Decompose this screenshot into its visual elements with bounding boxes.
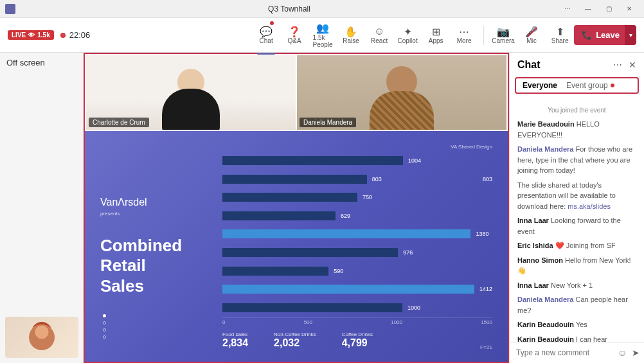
participant-tile[interactable]: Charlotte de Crum (86, 55, 296, 130)
window-controls: ⋯ — ▢ ✕ (558, 1, 639, 17)
chart-bar-row: 1000 (222, 303, 492, 312)
left-column: Off screen (0, 53, 84, 363)
bar-value-label: 1004 (408, 157, 421, 164)
chat-header: Chat ⋯ ✕ (510, 53, 644, 77)
participant-name: Charlotte de Crum (89, 118, 149, 127)
message-sender: Eric Ishida (517, 242, 553, 249)
message-sender: Karin Beaudouin (517, 321, 574, 328)
chart-total: Non-Coffee Drinks2,032 (274, 332, 316, 349)
bar-value-label: 1380 (476, 231, 488, 237)
bar-value-label: 803 (372, 176, 382, 182)
message-text: ❤️ Joining from SF (555, 242, 616, 249)
chart-xaxis: 050010001500 (222, 317, 492, 325)
copilot-icon: ✦ (404, 26, 412, 37)
message-sender: Inna Laar (517, 217, 549, 224)
toolbar-item-label: 1.5kPeople (313, 34, 333, 48)
message-sender: Inna Laar (517, 281, 549, 289)
chat-more-button[interactable]: ⋯ (613, 60, 622, 70)
chart-bar-row: 803803 (222, 175, 492, 184)
stage: Charlotte de Crum Daniela Mandera VanΛrs… (84, 53, 509, 363)
bar-value-label: 629 (341, 213, 350, 219)
self-preview[interactable] (5, 317, 78, 358)
toolbar-share-button[interactable]: ⬆Share (546, 26, 574, 44)
bar-value-label: 1412 (479, 286, 492, 292)
message-text: The slide shared at today's presentation… (517, 181, 616, 210)
toolbar-mic-button[interactable]: 🎤Mic (517, 26, 546, 44)
leave-label: Leave (596, 30, 620, 40)
more-icon: ⋯ (459, 26, 469, 37)
message-sender: Karin Beaudouin (517, 335, 574, 342)
chat-message: Daniela Mandera Can people hear me? (517, 294, 636, 315)
toolbar-react-button[interactable]: ☺React (365, 22, 393, 48)
participant-name: Daniela Mandera (300, 118, 356, 127)
leave-dropdown-button[interactable]: ▾ (625, 25, 636, 45)
send-button[interactable]: ➤ (632, 348, 640, 358)
chart-bar (222, 156, 403, 165)
more-window-button[interactable]: ⋯ (558, 1, 577, 17)
elapsed-timer: 22:06 (69, 30, 91, 40)
chat-messages[interactable]: You joined the event Marie Beaudouin HEL… (510, 99, 644, 342)
chart-bar (222, 229, 470, 238)
chat-message: Karin Beaudouin I can hear (517, 334, 636, 342)
chat-message: Hanno Simon Hello from New York! 👋 (517, 255, 636, 276)
chart-bar-row: 629 (222, 211, 492, 220)
emoji-button[interactable]: ☺ (618, 348, 627, 358)
live-badge: LIVE 👁 1.5k (8, 30, 54, 40)
chat-tab[interactable]: Everyone (523, 81, 557, 90)
chart-bar (222, 175, 367, 184)
chart-bar (222, 285, 474, 294)
toolbar-item-label: Camera (492, 37, 515, 44)
bar-value-label: 750 (362, 194, 372, 200)
close-button[interactable]: ✕ (620, 1, 639, 17)
toolbar-raise-button[interactable]: ✋Raise (337, 22, 365, 48)
leave-button[interactable]: 📞 Leave (574, 25, 627, 45)
toolbar-more-button[interactable]: ⋯More (450, 22, 478, 48)
chat-icon: 💬 (260, 26, 273, 37)
chat-message: The slide shared at today's presentation… (517, 180, 636, 212)
toolbar-chat-button[interactable]: 💬Chat (252, 22, 280, 48)
chart-bar (222, 193, 357, 202)
people-icon: 👥 (316, 22, 329, 34)
minimize-button[interactable]: — (578, 1, 598, 17)
notification-dot (611, 84, 614, 87)
chat-message: Karin Beaudouin Yes (517, 319, 636, 330)
app-icon (5, 4, 15, 14)
chart-bar-row: 1412 (222, 285, 492, 294)
bar-value-label: 590 (334, 268, 343, 274)
qa-icon: ❓ (288, 26, 301, 37)
titlebar: Q3 Townhall ⋯ — ▢ ✕ (0, 0, 644, 18)
message-link[interactable]: ms.aka/slides (568, 202, 611, 210)
toolbar-qa-button[interactable]: ❓Q&A (280, 22, 309, 48)
toolbar-copilot-button[interactable]: ✦Copilot (393, 22, 422, 48)
toolbar-item-label: Chat (260, 37, 273, 44)
chat-title: Chat (517, 59, 607, 71)
chart-bar-row: 976 (222, 248, 492, 257)
message-text: New York + 1 (551, 281, 593, 289)
chat-tab[interactable]: Event group (566, 81, 614, 90)
chat-message: Inna Laar New York + 1 (517, 280, 636, 291)
toolbar-people-button[interactable]: 👥1.5kPeople (309, 22, 337, 48)
chat-message: Daniela Mandera For those who are here, … (517, 144, 636, 176)
chart-fy: FY21 (480, 344, 492, 350)
participant-tile[interactable]: Daniela Mandera (297, 55, 506, 130)
slide-pager-dots (103, 310, 106, 342)
message-text: I can hear (576, 335, 607, 342)
chart-bar (222, 267, 328, 276)
system-message: You joined the event (517, 105, 636, 115)
maximize-button[interactable]: ▢ (599, 1, 618, 17)
toolbar-item-label: Mic (526, 37, 537, 44)
camera-icon: 📷 (497, 26, 510, 37)
slide-left: VanΛrsdel presents Combined Retail Sales (100, 144, 210, 349)
chart-area: VA Shared Design 10048038037506291380976… (222, 144, 492, 349)
chat-message: Inna Laar Looking forward to the event (517, 215, 636, 236)
toolbar-camera-button[interactable]: 📷Camera (489, 26, 517, 44)
toolbar-apps-button[interactable]: ⊞Apps (422, 22, 450, 48)
toolbar-item-label: More (457, 37, 472, 44)
chat-input[interactable] (516, 348, 613, 357)
notification-dot (270, 21, 274, 25)
shared-slide: VanΛrsdel presents Combined Retail Sales… (85, 131, 508, 362)
chat-close-button[interactable]: ✕ (629, 60, 636, 70)
react-icon: ☺ (374, 26, 384, 37)
eye-icon: 👁 (28, 31, 35, 39)
chart-total: Coffee Drinks4,799 (342, 332, 373, 349)
